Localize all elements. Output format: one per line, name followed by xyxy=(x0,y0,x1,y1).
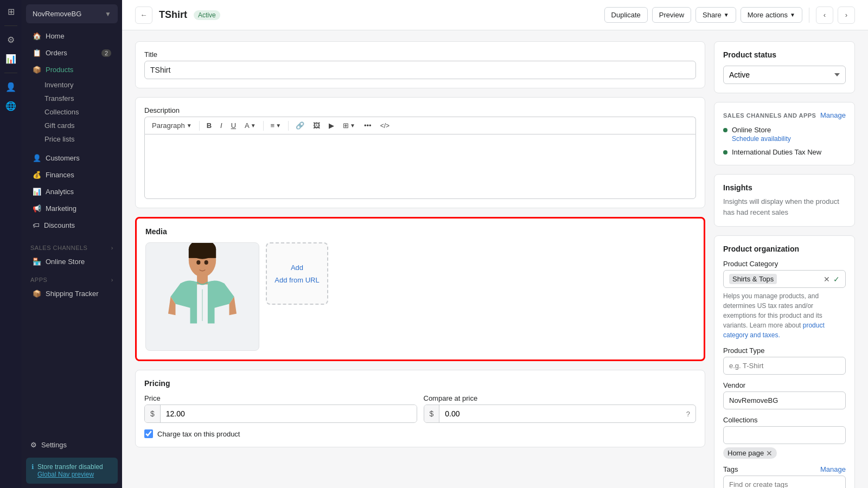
compare-help-icon[interactable]: ? xyxy=(681,406,695,422)
svg-point-4 xyxy=(196,260,200,265)
rte-color-chevron-icon: ▼ xyxy=(251,123,256,129)
description-editor[interactable] xyxy=(144,134,696,199)
global-nav-preview-link[interactable]: Global Nav preview xyxy=(37,471,103,478)
rte-align-btn[interactable]: ≡▼ xyxy=(267,119,285,132)
svg-rect-2 xyxy=(189,249,216,258)
rte-image-btn[interactable]: 🖼 xyxy=(309,119,324,132)
sales-channels-section: Sales channels › xyxy=(22,238,122,253)
product-category-group: Product Category Shirts & Tops ✕ ✓ Helps… xyxy=(723,260,846,340)
tags-input[interactable] xyxy=(723,476,846,488)
apps-arrow-icon[interactable]: › xyxy=(111,277,113,283)
preview-button[interactable]: Preview xyxy=(652,7,691,23)
media-add-url-link[interactable]: Add from URL xyxy=(275,276,319,284)
sidebar-subitem-transfers[interactable]: Transfers xyxy=(22,92,122,105)
sidebar-item-marketing[interactable]: 📢 Marketing xyxy=(24,201,120,216)
title-label: Title xyxy=(144,50,696,59)
topbar: ← TShirt Active Duplicate Preview Share … xyxy=(122,0,868,30)
rte-source-btn[interactable]: </> xyxy=(376,120,393,132)
back-button[interactable]: ← xyxy=(135,7,152,24)
collection-tag-home-page: Home page ✕ xyxy=(723,447,777,459)
category-clear-icon[interactable]: ✕ xyxy=(824,275,830,284)
compare-price-group: Compare at price $ ? xyxy=(424,394,697,423)
price-label: Price xyxy=(144,394,417,402)
collection-tag-remove-icon[interactable]: ✕ xyxy=(766,450,773,457)
store-selector[interactable]: NovRemoveBG ▼ xyxy=(26,4,118,23)
title-card: Title xyxy=(135,41,705,88)
sidebar-subitem-inventory[interactable]: Inventory xyxy=(22,78,122,92)
intl-duties-dot xyxy=(723,150,727,155)
sidebar-subitem-price-lists[interactable]: Price lists xyxy=(22,132,122,146)
customers-icon: 👤 xyxy=(33,154,41,162)
channel-intl-duties: International Duties Tax New xyxy=(723,148,846,156)
orders-icon: 📋 xyxy=(33,49,41,57)
share-button[interactable]: Share ▼ xyxy=(695,7,736,23)
collections-label: Collections xyxy=(723,416,846,424)
online-store-dot xyxy=(723,128,727,132)
rte-video-btn[interactable]: ▶ xyxy=(325,119,338,132)
sidebar-globe-icon[interactable]: 🌐 xyxy=(5,101,16,111)
media-upload-area[interactable]: Add Add from URL xyxy=(266,242,328,305)
sidebar-item-customers[interactable]: 👤 Customers xyxy=(24,150,120,166)
sales-channels-manage-link[interactable]: Manage xyxy=(820,111,846,119)
media-add-link[interactable]: Add xyxy=(291,264,303,272)
sidebar-item-products[interactable]: 📦 Products xyxy=(24,62,120,78)
tags-label: Tags xyxy=(723,465,738,473)
sidebar-item-analytics[interactable]: 📊 Analytics xyxy=(24,184,120,200)
category-confirm-icon[interactable]: ✓ xyxy=(833,275,840,284)
category-label: Product Category xyxy=(723,260,846,268)
duplicate-button[interactable]: Duplicate xyxy=(604,7,648,23)
product-type-label: Product Type xyxy=(723,346,846,355)
vendor-input[interactable] xyxy=(723,391,846,409)
sidebar-user-icon[interactable]: 👤 xyxy=(5,82,16,92)
svg-point-5 xyxy=(205,260,208,265)
prev-page-button[interactable]: ‹ xyxy=(816,7,833,24)
online-store-icon: 🏪 xyxy=(33,258,41,266)
media-item[interactable] xyxy=(145,242,259,351)
media-card: Media xyxy=(135,217,705,361)
sidebar-analytics-icon[interactable]: 📊 xyxy=(5,54,16,64)
tags-manage-link[interactable]: Manage xyxy=(820,465,846,473)
sidebar-grid-icon[interactable]: ⊞ xyxy=(8,7,15,17)
info-icon: ℹ xyxy=(31,463,34,471)
rte-italic-btn[interactable]: I xyxy=(216,119,226,132)
category-input-wrap[interactable]: Shirts & Tops ✕ ✓ xyxy=(723,270,846,288)
rte-more-btn[interactable]: ••• xyxy=(360,119,375,132)
rte-paragraph-btn[interactable]: Paragraph ▼ xyxy=(148,119,196,132)
rte-table-btn[interactable]: ⊞▼ xyxy=(339,119,359,132)
product-type-input[interactable] xyxy=(723,357,846,375)
charge-tax-checkbox[interactable] xyxy=(144,429,153,438)
more-actions-button[interactable]: More actions ▼ xyxy=(741,7,802,23)
sidebar-item-online-store[interactable]: 🏪 Online Store xyxy=(24,254,120,269)
sidebar-subitem-gift-cards[interactable]: Gift cards xyxy=(22,119,122,132)
sidebar-item-home[interactable]: 🏠 Home xyxy=(24,28,120,44)
online-store-channel-name: Online Store xyxy=(732,126,771,134)
collections-input[interactable] xyxy=(723,426,846,444)
sidebar-item-shipping-tracker[interactable]: 📦 Shipping Tracker xyxy=(24,286,120,301)
sidebar-orders-icon[interactable]: ⚙ xyxy=(7,35,15,45)
sidebar-item-finances[interactable]: 💰 Finances xyxy=(24,167,120,183)
title-input[interactable] xyxy=(144,61,696,79)
description-card: Description Paragraph ▼ B I U A▼ xyxy=(135,97,705,208)
compare-price-input[interactable] xyxy=(439,405,680,422)
rte-bold-btn[interactable]: B xyxy=(203,119,215,132)
sales-channels-arrow-icon[interactable]: › xyxy=(111,245,113,251)
orders-badge: 2 xyxy=(101,49,111,57)
rte-paragraph-chevron-icon: ▼ xyxy=(187,123,192,129)
schedule-availability-link[interactable]: Schedule availability xyxy=(732,135,846,143)
sidebar-item-orders[interactable]: 📋 Orders 2 xyxy=(24,45,120,61)
sidebar-divider xyxy=(4,25,17,26)
settings-item[interactable]: ⚙ Settings xyxy=(22,436,122,453)
rte-color-btn[interactable]: A▼ xyxy=(241,119,260,132)
store-transfer-notice: ℹ Store transfer disabled Global Nav pre… xyxy=(26,458,118,484)
apps-section: Apps › xyxy=(22,270,122,285)
channel-online-store: Online Store Schedule availability xyxy=(723,126,846,143)
price-input[interactable] xyxy=(161,405,417,422)
rte-link-btn[interactable]: 🔗 xyxy=(292,119,308,132)
collections-group: Collections Home page ✕ xyxy=(723,416,846,459)
sidebar-item-discounts[interactable]: 🏷 Discounts xyxy=(24,217,120,233)
sidebar-subitem-collections[interactable]: Collections xyxy=(22,105,122,119)
next-page-button[interactable]: › xyxy=(838,7,855,24)
product-status-select[interactable]: Active Draft xyxy=(723,66,846,84)
rte-underline-btn[interactable]: U xyxy=(227,119,240,132)
insights-title: Insights xyxy=(723,183,846,192)
